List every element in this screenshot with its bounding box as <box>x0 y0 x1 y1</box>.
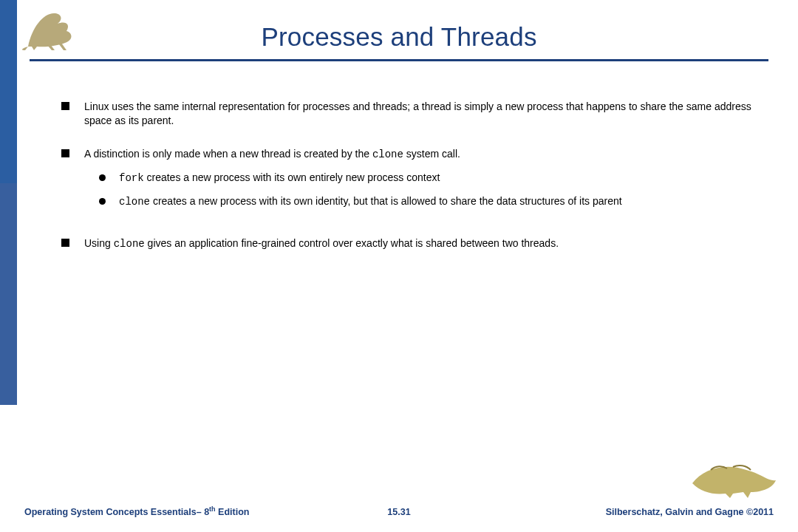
bullet-2: A distinction is only made when a new th… <box>61 147 778 218</box>
sub-2-post: creates a new process with its own ident… <box>150 195 622 207</box>
square-bullet-icon <box>61 149 69 157</box>
code-clone: clone <box>372 149 403 160</box>
content-area: Linux uses the same internal representat… <box>61 100 778 270</box>
sidebar-accent-bottom <box>0 183 17 405</box>
slide: Processes and Threads Linux uses the sam… <box>0 0 798 532</box>
bullet-1-text: Linux uses the same internal representat… <box>84 100 778 128</box>
title-underline <box>30 59 768 61</box>
bullet-1: Linux uses the same internal representat… <box>61 100 778 128</box>
sub-bullet-2: clone creates a new process with its own… <box>99 194 778 209</box>
bullet-3-text: Using clone gives an application fine-gr… <box>84 236 778 251</box>
round-bullet-icon <box>99 174 106 181</box>
bullet-2-pre: A distinction is only made when a new th… <box>84 148 372 160</box>
bullet-2-post: system call. <box>403 148 460 160</box>
bullet-3-pre: Using <box>84 237 114 249</box>
bullet-3: Using clone gives an application fine-gr… <box>61 236 778 251</box>
code-fork: fork <box>119 172 144 184</box>
bullet-3-post: gives an application fine-grained contro… <box>145 237 559 249</box>
sub-list: fork creates a new process with its own … <box>84 171 778 209</box>
bullet-2-text: A distinction is only made when a new th… <box>84 147 778 218</box>
slide-title: Processes and Threads <box>0 22 798 52</box>
code-clone-2: clone <box>119 196 150 208</box>
sub-1-post: creates a new process with its own entir… <box>144 171 440 183</box>
dinosaur-bottom-icon <box>689 463 777 499</box>
square-bullet-icon <box>61 102 69 110</box>
sub-bullet-1-text: fork creates a new process with its own … <box>119 171 440 185</box>
sub-bullet-1: fork creates a new process with its own … <box>99 171 778 185</box>
code-clone-3: clone <box>114 238 145 250</box>
round-bullet-icon <box>99 198 106 205</box>
square-bullet-icon <box>61 239 69 247</box>
footer-copyright: Silberschatz, Galvin and Gagne ©2011 <box>606 507 774 517</box>
sub-bullet-2-text: clone creates a new process with its own… <box>119 194 622 209</box>
